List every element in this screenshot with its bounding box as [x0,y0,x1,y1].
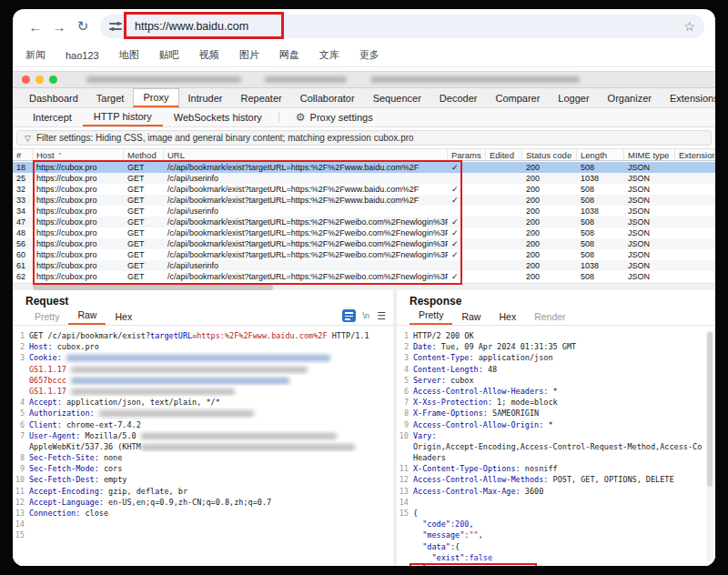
table-row[interactable]: 18https://cubox.proGET/c/api/bookmark/ex… [13,162,715,173]
line-content: Cookie: [29,352,393,363]
column-header-extension[interactable]: Extension [675,149,715,160]
editor-tab-render[interactable]: Render [525,311,574,325]
search-panel-icon[interactable] [342,309,356,322]
cell-num: 62 [13,271,33,282]
table-row[interactable]: 62https://cubox.proGET/c/api/bookmark/ex… [13,271,715,282]
tab-comparer[interactable]: Comparer [486,88,549,107]
tab-logger[interactable]: Logger [549,88,598,107]
tab-sequencer[interactable]: Sequencer [364,88,430,107]
table-row[interactable]: 60https://cubox.proGET/c/api/bookmark/ex… [13,249,715,260]
cell-status: 200 [522,271,577,282]
table-row[interactable]: 48https://cubox.proGET/c/api/bookmark/ex… [13,227,715,238]
bookmark-item--[interactable]: 视频 [199,48,219,62]
close-window-button[interactable] [22,76,30,84]
subtab-proxy-settings[interactable]: ⚙Proxy settings [285,108,384,126]
tab-intruder[interactable]: Intruder [179,88,232,107]
bookmark-item--[interactable]: 网盘 [279,48,299,62]
table-row[interactable]: 47https://cubox.proGET/c/api/bookmark/ex… [13,217,715,227]
table-row[interactable]: 33https://cubox.proGET/c/api/bookmark/ex… [13,195,715,206]
column-header-length[interactable]: Length [577,149,624,160]
subtab-intercept[interactable]: Intercept [22,108,83,126]
filter-settings-bar[interactable]: ▽ Filter settings: Hiding CSS, image and… [16,130,712,146]
table-row[interactable]: 34https://cubox.proGET/c/api/userinfo200… [13,206,715,217]
table-row[interactable]: 56https://cubox.proGET/c/api/bookmark/ex… [13,238,715,249]
code-line: 8Sec-Fetch-Site: none [13,452,393,463]
url-text[interactable]: https://www.baidu.com [129,18,254,35]
table-row[interactable]: 61https://cubox.proGET/c/api/userinfo200… [13,260,715,271]
reload-icon[interactable]: ↻ [71,18,95,35]
line-content: Access-Control-Allow-Headers: * [413,386,715,397]
tab-extensions[interactable]: Extensions [661,88,715,107]
table-row[interactable]: 32https://cubox.proGET/c/api/bookmark/ex… [13,184,715,195]
cell-edited [486,162,522,173]
editor-menu-icon[interactable]: ☰ [377,310,386,322]
line-number [13,364,29,375]
cell-host: https://cubox.pro [33,238,124,249]
bookmark-item-hao123[interactable]: hao123 [66,50,99,61]
bookmark-item--[interactable]: 贴吧 [159,48,179,62]
editor-tab-pretty[interactable]: Pretty [410,309,452,325]
request-code[interactable]: 1GET /c/api/bookmark/exist?targetURL=htt… [13,330,393,566]
bookmark-item--[interactable]: 图片 [239,48,259,62]
tab-dashboard[interactable]: Dashboard [20,88,87,107]
line-number [397,519,413,530]
minimize-window-button[interactable] [35,76,44,84]
cell-params: ✓ [448,271,486,282]
column-header--[interactable]: # [13,149,33,160]
history-table-body: 18https://cubox.proGET/c/api/bookmark/ex… [13,162,715,282]
line-number: 15 [13,530,29,540]
cell-status: 200 [522,217,577,227]
editor-tab-hex[interactable]: Hex [490,311,525,325]
tab-decoder[interactable]: Decoder [430,88,487,107]
editor-tab-raw[interactable]: Raw [68,309,106,325]
site-settings-icon[interactable] [109,21,122,32]
editor-tab-raw[interactable]: Raw [452,311,490,325]
screen: ← → ↻ https://www.baidu.com ☆ 新闻hao123地图… [0,0,728,575]
column-header-edited[interactable]: Edited [486,149,522,160]
tab-organizer[interactable]: Organizer [599,88,661,107]
bookmark-item--[interactable]: 文库 [319,48,339,62]
table-horizontal-scrollbar[interactable] [13,283,715,290]
bookmark-item--[interactable]: 新闻 [25,48,46,62]
newline-toggle[interactable]: \n [363,311,370,320]
line-content: Access-Control-Allow-Origin: * [413,419,715,430]
response-code[interactable]: 1HTTP/2 200 OK2Date: Tue, 09 Apr 2024 01… [397,330,715,566]
column-header-status-code[interactable]: Status code [522,149,577,160]
response-vertical-scrollbar[interactable] [706,330,713,562]
table-row[interactable]: 25https://cubox.proGET/c/api/userinfo200… [13,173,715,184]
back-icon[interactable]: ← [24,19,47,35]
zoom-window-button[interactable] [49,76,57,84]
browser-window: ← → ↻ https://www.baidu.com ☆ 新闻hao123地图… [13,9,715,71]
code-line: 13Connection: close [13,508,393,519]
forward-icon[interactable]: → [47,19,71,35]
column-header-method[interactable]: Method [124,149,164,160]
line-number: 13 [397,486,413,497]
cell-status: 200 [522,162,577,173]
subtab-http-history[interactable]: HTTP history [83,108,163,126]
column-header-mime-type[interactable]: MIME type [624,149,675,160]
line-content: AppleWebKit/537.36 (KHTM [29,441,393,452]
burp-window: DashboardTargetProxyIntruderRepeaterColl… [13,71,715,566]
cell-edited [486,173,522,184]
tab-target[interactable]: Target [87,88,134,107]
bookmark-item--[interactable]: 更多 [359,48,379,62]
bookmark-item--[interactable]: 地图 [119,48,139,62]
editor-tab-hex[interactable]: Hex [106,311,141,325]
line-number [397,541,413,552]
bookmark-star-icon[interactable]: ☆ [683,19,695,34]
editor-tab-pretty[interactable]: Pretty [25,311,68,325]
cell-status: 200 [522,184,577,195]
tab-repeater[interactable]: Repeater [231,88,290,107]
address-bar[interactable]: https://www.baidu.com ☆ [100,15,704,38]
tab-collaborator[interactable]: Collaborator [291,88,364,107]
cell-edited [486,238,522,249]
line-number: 5 [13,408,29,419]
tab-proxy[interactable]: Proxy [133,88,178,107]
column-header-params[interactable]: Params [448,149,486,160]
subtab-websockets-history[interactable]: WebSockets history [163,108,273,126]
scrollbar-thumb[interactable] [707,332,713,487]
blurred-title-text [265,76,347,83]
line-number: 2 [13,341,29,352]
column-header-host[interactable]: Host⌃ [33,149,124,160]
column-header-url[interactable]: URL [164,149,448,160]
